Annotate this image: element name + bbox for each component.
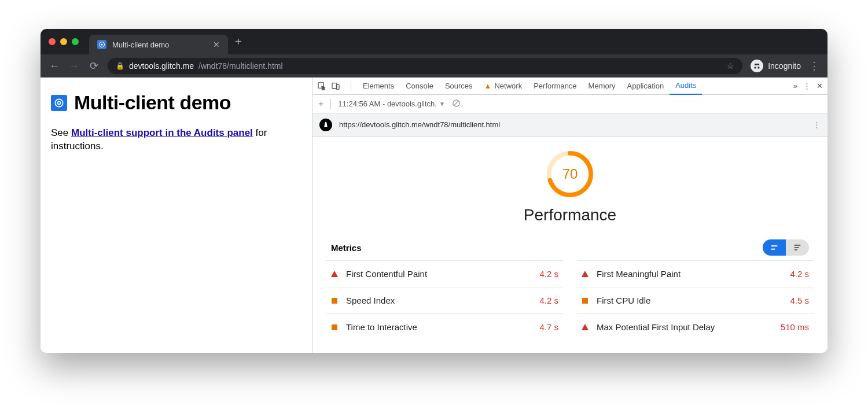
severity-triangle-icon xyxy=(582,271,589,278)
toggle-detailed-button[interactable] xyxy=(786,239,809,256)
metric-value: 4.2 s xyxy=(790,269,809,279)
window-controls xyxy=(49,38,79,45)
metrics-label: Metrics xyxy=(331,243,362,253)
bookmark-star-icon[interactable]: ☆ xyxy=(727,61,734,71)
forward-button[interactable]: → xyxy=(68,60,80,72)
favicon-icon xyxy=(97,40,106,49)
intro-prefix: See xyxy=(51,127,71,138)
svg-point-2 xyxy=(55,99,62,106)
devtools-tab-bar: Elements Console Sources ▲Network Perfor… xyxy=(312,77,827,95)
performance-gauge: 70 Performance xyxy=(326,149,814,224)
new-audit-button[interactable]: + xyxy=(318,99,323,109)
severity-triangle-icon xyxy=(331,271,338,278)
metric-row[interactable]: First Meaningful Paint 4.2 s xyxy=(577,260,814,287)
severity-square-icon xyxy=(331,324,338,331)
toggle-compact-button[interactable] xyxy=(763,239,786,256)
url-host: devtools.glitch.me xyxy=(129,61,194,71)
tab-close-icon[interactable]: ✕ xyxy=(213,40,220,49)
svg-point-3 xyxy=(58,101,61,104)
tab-network[interactable]: ▲Network xyxy=(479,77,528,95)
gauge-score: 70 xyxy=(545,149,595,199)
audit-more-icon[interactable]: ⋮ xyxy=(813,120,821,129)
reload-button[interactable]: ⟳ xyxy=(88,60,100,72)
incognito-icon xyxy=(751,60,763,72)
severity-triangle-icon xyxy=(582,324,589,331)
url-path: /wndt78/multiclient.html xyxy=(198,61,283,71)
svg-point-1 xyxy=(101,44,103,46)
page-content: Multi-client demo See Multi-client suppo… xyxy=(41,77,312,353)
warning-icon: ▲ xyxy=(484,82,492,90)
window-zoom-button[interactable] xyxy=(72,38,79,45)
metric-row[interactable]: Time to Interactive 4.7 s xyxy=(326,313,563,340)
tab-application[interactable]: Application xyxy=(621,77,670,95)
severity-square-icon xyxy=(331,297,338,304)
metric-value: 4.7 s xyxy=(539,322,558,332)
chevron-down-icon: ▼ xyxy=(439,101,445,107)
metric-row[interactable]: First Contentful Paint 4.2 s xyxy=(326,260,563,287)
gauge-title: Performance xyxy=(524,206,616,224)
incognito-label: Incognito xyxy=(768,61,801,71)
gauge: 70 xyxy=(545,149,595,199)
incognito-badge[interactable]: Incognito xyxy=(751,60,801,72)
page-header: Multi-client demo xyxy=(51,91,301,114)
inspect-icon[interactable] xyxy=(317,82,326,91)
window-minimize-button[interactable] xyxy=(60,38,67,45)
svg-line-8 xyxy=(454,101,459,106)
audit-body: 70 Performance Metrics xyxy=(312,136,827,353)
page-logo-icon xyxy=(51,95,67,111)
address-bar[interactable]: 🔒 devtools.glitch.me/wndt78/multiclient.… xyxy=(108,58,742,74)
tab-sources[interactable]: Sources xyxy=(439,77,479,95)
audit-url-bar: https://devtools.glitch.me/wndt78/multic… xyxy=(312,113,827,136)
devtools-menu-icon[interactable]: ⋮ xyxy=(803,82,811,90)
tab-audits[interactable]: Audits xyxy=(670,77,702,95)
browser-window: Multi-client demo ✕ + ← → ⟳ 🔒 devtools.g… xyxy=(41,29,827,353)
back-button[interactable]: ← xyxy=(49,60,60,72)
new-tab-button[interactable]: + xyxy=(235,29,242,54)
metric-row[interactable]: Speed Index 4.2 s xyxy=(326,287,563,313)
browser-tab-bar: Multi-client demo ✕ + xyxy=(41,29,827,54)
metric-name: Time to Interactive xyxy=(346,322,531,332)
metric-name: First Meaningful Paint xyxy=(597,269,782,279)
window-close-button[interactable] xyxy=(49,38,56,45)
metric-name: First Contentful Paint xyxy=(346,269,531,279)
page-title: Multi-client demo xyxy=(74,91,231,114)
audit-run-selector[interactable]: 11:24:56 AM - devtools.glitch. ▼ xyxy=(338,99,444,108)
metric-value: 4.2 s xyxy=(539,296,558,305)
metrics-grid: First Contentful Paint 4.2 s Speed Index… xyxy=(326,260,814,340)
intro-link[interactable]: Multi-client support in the Audits panel xyxy=(71,127,253,138)
tab-elements[interactable]: Elements xyxy=(357,77,400,95)
browser-tab[interactable]: Multi-client demo ✕ xyxy=(89,35,228,54)
browser-toolbar: ← → ⟳ 🔒 devtools.glitch.me/wndt78/multic… xyxy=(41,54,827,77)
metric-value: 4.5 s xyxy=(790,296,809,305)
audit-run-label: 11:24:56 AM - devtools.glitch. xyxy=(338,99,437,108)
clear-button[interactable] xyxy=(452,99,461,109)
separator xyxy=(330,99,331,109)
metric-row[interactable]: Max Potential First Input Delay 510 ms xyxy=(577,313,814,340)
browser-menu-button[interactable]: ⋮ xyxy=(809,60,819,72)
tab-console[interactable]: Console xyxy=(400,77,439,95)
separator xyxy=(351,81,351,91)
metric-name: Speed Index xyxy=(346,296,531,305)
device-toggle-icon[interactable] xyxy=(331,82,340,91)
metric-value: 510 ms xyxy=(781,322,809,332)
devtools-panel: Elements Console Sources ▲Network Perfor… xyxy=(312,77,827,353)
metrics-header: Metrics xyxy=(326,239,814,256)
metrics-view-toggle xyxy=(763,239,809,256)
audits-toolbar: + 11:24:56 AM - devtools.glitch. ▼ xyxy=(312,95,827,113)
more-tabs-icon[interactable]: » xyxy=(793,82,797,90)
lock-icon: 🔒 xyxy=(116,62,124,70)
content-area: Multi-client demo See Multi-client suppo… xyxy=(41,77,827,353)
metric-value: 4.2 s xyxy=(539,269,558,279)
audit-url: https://devtools.glitch.me/wndt78/multic… xyxy=(339,120,500,129)
metric-name: Max Potential First Input Delay xyxy=(597,322,773,332)
devtools-close-icon[interactable]: ✕ xyxy=(816,82,823,90)
tab-performance[interactable]: Performance xyxy=(528,77,582,95)
tab-title: Multi-client demo xyxy=(112,40,207,49)
tab-memory[interactable]: Memory xyxy=(583,77,621,95)
metric-row[interactable]: First CPU Idle 4.5 s xyxy=(577,287,814,313)
metric-name: First CPU Idle xyxy=(597,296,782,305)
page-intro: See Multi-client support in the Audits p… xyxy=(51,127,301,153)
lighthouse-icon xyxy=(319,119,332,131)
severity-square-icon xyxy=(582,297,589,304)
